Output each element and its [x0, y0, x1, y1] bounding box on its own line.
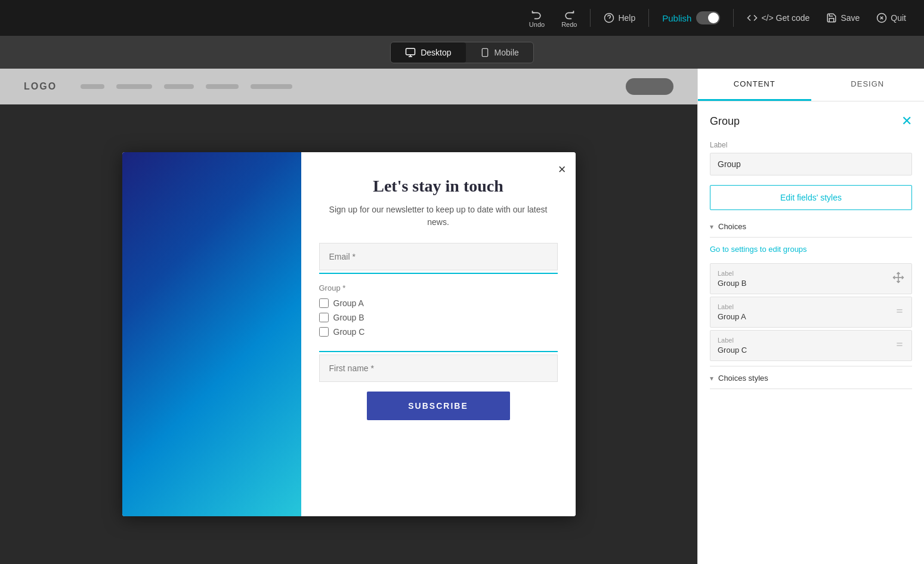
popup-left-gradient: [122, 152, 301, 516]
popup-close-button[interactable]: ×: [558, 162, 566, 177]
group-label: Group *: [319, 283, 558, 292]
checkbox-item-a: Group A: [319, 298, 558, 308]
group-section: Group * Group A Group B Gr: [319, 273, 558, 352]
panel-tabs: CONTENT DESIGN: [698, 69, 924, 101]
choice-c-label: Label: [718, 337, 895, 344]
choices-chevron-icon: ▾: [710, 223, 713, 231]
nav-item-5: [251, 84, 292, 89]
publish-toggle[interactable]: [696, 11, 720, 24]
svg-rect-5: [406, 48, 415, 55]
view-toggle: Desktop Mobile: [390, 42, 534, 63]
canvas-background: × Let's stay in touch Sign up for our ne…: [0, 104, 697, 564]
toolbar: Undo Redo Help Publish </> Get code Save…: [0, 0, 924, 36]
desktop-view-button[interactable]: Desktop: [391, 42, 465, 63]
checkbox-label-a[interactable]: Group A: [333, 298, 364, 308]
checkbox-item-c: Group C: [319, 327, 558, 337]
toolbar-separator-3: [733, 9, 734, 27]
main-area: LOGO × Let's stay in touch Sign up for o…: [0, 69, 924, 564]
choice-item-a-content: Label Group A: [718, 303, 895, 321]
choice-a-drag-handle[interactable]: [895, 306, 904, 318]
help-button[interactable]: Help: [598, 9, 641, 27]
publish-button[interactable]: Publish: [656, 8, 726, 28]
label-field-label: Label: [710, 141, 912, 149]
choice-c-drag-handle[interactable]: [895, 340, 904, 352]
choice-item-group-a: Label Group A: [710, 297, 912, 328]
canvas-area: LOGO × Let's stay in touch Sign up for o…: [0, 69, 697, 564]
email-input[interactable]: [319, 243, 558, 270]
choices-section-label: Choices: [718, 222, 746, 231]
label-field-input[interactable]: [710, 153, 912, 175]
popup-form-panel: × Let's stay in touch Sign up for our ne…: [301, 152, 576, 516]
panel-content: Group ✕ Label Edit fields' styles ▾ Choi…: [698, 101, 924, 564]
choice-item-group-c: Label Group C: [710, 330, 912, 361]
undo-button[interactable]: Undo: [523, 4, 551, 32]
label-field-group: Label: [710, 141, 912, 175]
nav-item-1: [81, 84, 104, 89]
choice-item-group-b: Label Group B: [710, 263, 912, 294]
site-logo: LOGO: [24, 81, 57, 92]
panel-header: Group ✕: [710, 113, 912, 129]
checkbox-group-a[interactable]: [319, 298, 329, 308]
choices-styles-header: ▾ Choices styles: [710, 374, 912, 389]
edit-fields-styles-button[interactable]: Edit fields' styles: [710, 185, 912, 210]
site-header-preview: LOGO: [0, 69, 697, 104]
save-label: Save: [840, 13, 860, 23]
checkbox-label-b[interactable]: Group B: [333, 313, 364, 322]
popup-title: Let's stay in touch: [373, 176, 503, 196]
nav-item-2: [116, 84, 152, 89]
nav-item-4: [206, 84, 239, 89]
checkbox-label-c[interactable]: Group C: [333, 327, 365, 337]
desktop-label: Desktop: [421, 48, 451, 57]
choice-b-value: Group B: [718, 279, 892, 288]
toolbar-separator-1: [590, 9, 591, 27]
popup-form: Group * Group A Group B Gr: [319, 243, 558, 420]
nav-cta: [626, 78, 673, 95]
help-label: Help: [618, 13, 635, 23]
quit-label: Quit: [891, 13, 906, 23]
checkbox-group-c[interactable]: [319, 327, 329, 337]
toolbar-separator-2: [648, 9, 649, 27]
quit-button[interactable]: Quit: [870, 9, 912, 27]
get-code-button[interactable]: </> Get code: [741, 9, 815, 27]
checkbox-item-b: Group B: [319, 313, 558, 322]
choice-a-value: Group A: [718, 312, 895, 321]
save-button[interactable]: Save: [820, 9, 866, 27]
nav-item-3: [164, 84, 194, 89]
publish-label: Publish: [662, 13, 691, 23]
choice-item-c-content: Label Group C: [718, 337, 895, 355]
choices-section-header: ▾ Choices: [710, 222, 912, 238]
site-nav: [81, 84, 602, 89]
choices-styles-section: ▾ Choices styles: [710, 366, 912, 389]
choice-a-label: Label: [718, 303, 895, 310]
firstname-input[interactable]: [319, 355, 558, 382]
goto-settings-link[interactable]: Go to settings to edit groups: [710, 245, 912, 254]
tab-content[interactable]: CONTENT: [698, 69, 811, 101]
popup-wrapper: × Let's stay in touch Sign up for our ne…: [122, 152, 576, 516]
choices-styles-label: Choices styles: [718, 374, 768, 383]
choice-b-label: Label: [718, 270, 892, 277]
panel-close-button[interactable]: ✕: [901, 113, 912, 129]
subscribe-button[interactable]: SUBSCRIBE: [367, 392, 510, 420]
checkbox-group-b[interactable]: [319, 313, 329, 322]
choices-styles-chevron-icon: ▾: [710, 374, 713, 383]
choice-item-b-content: Label Group B: [718, 270, 892, 288]
right-panel: CONTENT DESIGN Group ✕ Label Edit fields…: [697, 69, 924, 564]
mobile-view-button[interactable]: Mobile: [466, 42, 533, 63]
view-bar: Desktop Mobile: [0, 36, 924, 69]
redo-button[interactable]: Redo: [555, 4, 583, 32]
redo-label: Redo: [561, 21, 577, 28]
tab-design[interactable]: DESIGN: [811, 69, 925, 101]
undo-label: Undo: [529, 21, 545, 28]
choice-c-value: Group C: [718, 346, 895, 355]
mobile-label: Mobile: [495, 48, 519, 57]
choice-b-drag-handle[interactable]: [892, 272, 904, 286]
panel-title: Group: [710, 115, 740, 128]
get-code-label: </> Get code: [761, 13, 809, 23]
popup-subtitle: Sign up for our newsletter to keep up to…: [319, 204, 558, 229]
